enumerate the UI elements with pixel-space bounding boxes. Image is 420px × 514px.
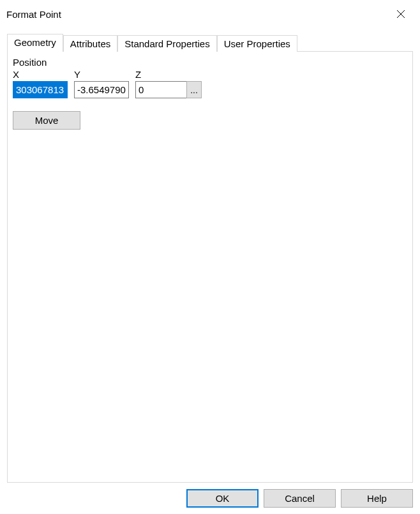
help-button[interactable]: Help xyxy=(341,489,413,508)
ellipsis-button[interactable]: ... xyxy=(186,81,202,98)
coord-z-col: Z ... xyxy=(135,69,202,98)
x-input[interactable] xyxy=(13,81,68,98)
z-label: Z xyxy=(135,69,202,80)
tab-panel-geometry: Position X Y Z ... Move xyxy=(7,51,413,483)
coord-x-col: X xyxy=(13,69,68,98)
y-input[interactable] xyxy=(74,81,129,98)
tab-geometry[interactable]: Geometry xyxy=(7,34,63,52)
close-button[interactable] xyxy=(382,0,420,28)
titlebar: Format Point xyxy=(0,0,420,28)
tab-user-properties[interactable]: User Properties xyxy=(217,35,297,52)
cancel-button[interactable]: Cancel xyxy=(264,489,336,508)
client-area: Geometry Attributes Standard Properties … xyxy=(0,28,420,514)
coord-y-col: Y xyxy=(74,69,129,98)
dialog-button-row: OK Cancel Help xyxy=(7,483,413,508)
window-title: Format Point xyxy=(6,9,382,20)
tab-strip: Geometry Attributes Standard Properties … xyxy=(7,33,413,51)
x-label: X xyxy=(13,69,68,80)
tab-standard-properties[interactable]: Standard Properties xyxy=(117,35,216,52)
coord-row: X Y Z ... xyxy=(13,69,407,98)
move-button[interactable]: Move xyxy=(13,111,80,130)
ok-button[interactable]: OK xyxy=(186,489,259,508)
y-label: Y xyxy=(74,69,129,80)
dialog-window: Format Point Geometry Attributes Standar… xyxy=(0,0,420,514)
close-icon xyxy=(396,10,405,19)
tab-attributes[interactable]: Attributes xyxy=(63,35,117,52)
position-label: Position xyxy=(13,57,407,68)
z-input[interactable] xyxy=(135,81,190,98)
